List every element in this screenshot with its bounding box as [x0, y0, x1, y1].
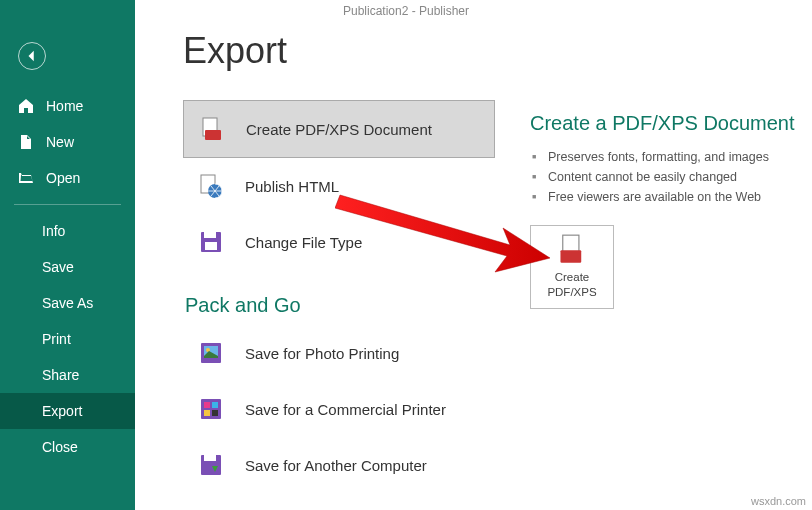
export-details-panel: Create a PDF/XPS Document Preserves font… [530, 112, 800, 309]
nav-print[interactable]: Print [0, 321, 135, 357]
export-item-label: Save for Photo Printing [245, 345, 399, 362]
pdf-document-icon [198, 115, 226, 143]
svg-rect-14 [212, 410, 218, 416]
svg-rect-6 [205, 242, 217, 250]
export-create-pdf-xps[interactable]: Create PDF/XPS Document [183, 100, 495, 158]
pack-photo-printing[interactable]: Save for Photo Printing [183, 325, 495, 381]
nav-close[interactable]: Close [0, 429, 135, 465]
nav-label: New [46, 134, 74, 150]
nav-share[interactable]: Share [0, 357, 135, 393]
nav-label: Home [46, 98, 83, 114]
svg-rect-5 [204, 232, 216, 238]
document-icon [18, 134, 34, 150]
create-pdf-xps-button[interactable]: CreatePDF/XPS [530, 225, 614, 309]
export-publish-html[interactable]: Publish HTML [183, 158, 495, 214]
export-item-label: Save for Another Computer [245, 457, 427, 474]
nav-home[interactable]: Home [0, 88, 135, 124]
nav-label: Open [46, 170, 80, 186]
export-item-label: Create PDF/XPS Document [246, 121, 432, 138]
nav-export[interactable]: Export [0, 393, 135, 429]
svg-rect-11 [204, 402, 210, 408]
nav-new[interactable]: New [0, 124, 135, 160]
home-icon [18, 98, 34, 114]
back-button[interactable] [18, 42, 46, 70]
divider [14, 204, 121, 205]
detail-bullet: Preserves fonts, formatting, and images [530, 147, 800, 167]
detail-bullet: Free viewers are available on the Web [530, 187, 800, 207]
nav-info[interactable]: Info [0, 213, 135, 249]
export-item-label: Change File Type [245, 234, 362, 251]
pack-another-computer[interactable]: Save for Another Computer [183, 437, 495, 493]
disk-arrow-icon [197, 451, 225, 479]
nav-save[interactable]: Save [0, 249, 135, 285]
details-bullets: Preserves fonts, formatting, and images … [530, 147, 800, 207]
page-title: Export [183, 30, 792, 72]
details-title: Create a PDF/XPS Document [530, 112, 800, 135]
watermark: wsxdn.com [751, 495, 806, 507]
nav-open[interactable]: Open [0, 160, 135, 196]
nav-primary: Home New Open [0, 88, 135, 196]
backstage-sidebar: Home New Open Info Save Save As Print Sh… [0, 0, 135, 510]
nav-secondary: Info Save Save As Print Share Export Clo… [0, 213, 135, 465]
cmyk-save-icon [197, 395, 225, 423]
pack-commercial-printer[interactable]: Save for a Commercial Printer [183, 381, 495, 437]
svg-rect-18 [560, 250, 581, 263]
folder-open-icon [18, 170, 34, 186]
detail-bullet: Content cannot be easily changed [530, 167, 800, 187]
svg-rect-13 [204, 410, 210, 416]
photo-save-icon [197, 339, 225, 367]
export-change-file-type[interactable]: Change File Type [183, 214, 495, 270]
svg-rect-1 [205, 130, 221, 140]
export-item-label: Publish HTML [245, 178, 339, 195]
pack-and-go-list: Save for Photo Printing Save for a Comme… [183, 325, 495, 493]
back-arrow-icon [25, 49, 39, 63]
nav-save-as[interactable]: Save As [0, 285, 135, 321]
export-item-label: Save for a Commercial Printer [245, 401, 446, 418]
html-globe-icon [197, 172, 225, 200]
save-change-icon [197, 228, 225, 256]
export-options-list: Create PDF/XPS Document Publish HTML Cha… [183, 100, 495, 270]
svg-rect-12 [212, 402, 218, 408]
button-label: CreatePDF/XPS [547, 270, 596, 300]
pdf-document-icon [557, 234, 587, 264]
svg-rect-16 [204, 455, 216, 461]
